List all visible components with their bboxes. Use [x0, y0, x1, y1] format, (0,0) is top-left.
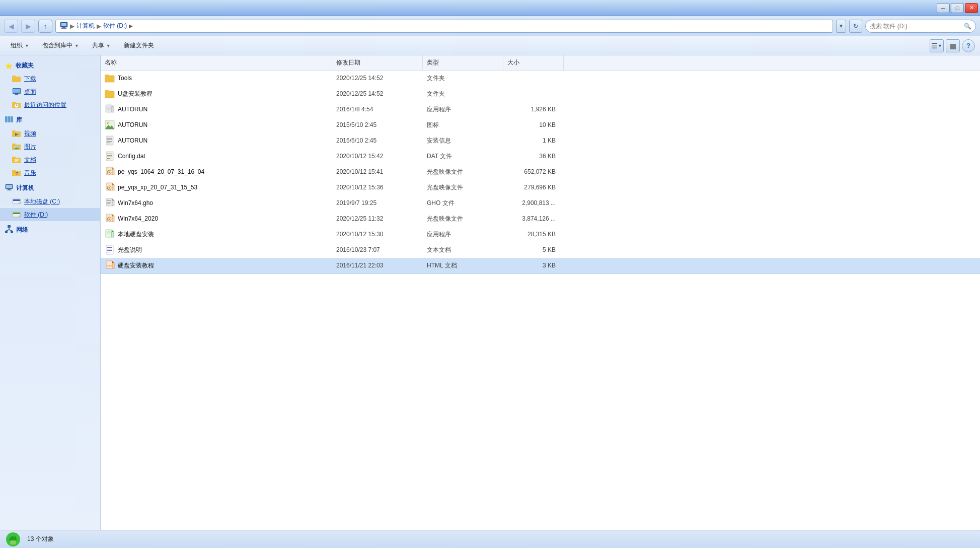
file-row[interactable]: 本地硬盘安装 2020/10/12 15:30 应用程序 28,315 KB — [101, 227, 980, 242]
desktop-label: 桌面 — [24, 88, 36, 96]
sidebar-item-downloads[interactable]: 下载 — [0, 72, 100, 85]
sidebar-header-favorites[interactable]: ⭐ 收藏夹 — [0, 59, 100, 72]
svg-rect-38 — [13, 199, 20, 201]
file-icon — [105, 151, 115, 161]
file-date-cell: 2016/10/23 7:07 — [332, 245, 423, 254]
col-header-date[interactable]: 修改日期 — [332, 55, 423, 70]
file-row[interactable]: Win7x64.gho 2019/9/7 19:25 GHO 文件 2,900,… — [101, 195, 980, 211]
search-icon[interactable]: 🔍 — [964, 23, 971, 30]
svg-line-48 — [7, 230, 10, 231]
svg-rect-30 — [12, 171, 21, 176]
svg-rect-3 — [61, 28, 66, 29]
svg-rect-73 — [106, 167, 112, 175]
up-button[interactable]: ↑ — [38, 20, 52, 33]
view-button[interactable]: ☰ ▼ — [930, 39, 944, 52]
video-folder-icon — [12, 129, 21, 138]
file-icon — [105, 214, 115, 224]
file-name: AUTORUN — [118, 106, 147, 113]
file-name: 本地硬盘安装 — [118, 230, 154, 239]
svg-rect-51 — [105, 75, 109, 77]
share-button[interactable]: 共享 ▼ — [87, 39, 116, 53]
svg-rect-97 — [107, 232, 111, 232]
include-library-button[interactable]: 包含到库中 ▼ — [37, 39, 85, 53]
path-dropdown-button[interactable]: ▼ — [836, 20, 846, 33]
search-input[interactable] — [870, 23, 962, 30]
help-button[interactable]: ? — [962, 39, 975, 52]
address-path[interactable]: ▶ 计算机 ▶ 软件 (D:) ▶ — [55, 20, 833, 33]
file-name: Tools — [118, 75, 132, 82]
computer-sidebar-label: 计算机 — [16, 184, 34, 192]
sidebar-item-recent[interactable]: 最近访问的位置 — [0, 98, 100, 111]
svg-rect-56 — [112, 107, 114, 112]
file-row[interactable]: U盘安装教程 2020/12/25 14:52 文件夹 — [101, 86, 980, 102]
sidebar-item-music[interactable]: 音乐 — [0, 166, 100, 179]
svg-rect-28 — [15, 160, 19, 161]
close-button[interactable]: ✕ — [965, 3, 978, 13]
preview-icon: ▦ — [950, 42, 956, 50]
col-header-size[interactable]: 大小 — [503, 55, 564, 70]
back-button[interactable]: ◀ — [4, 20, 18, 33]
minimize-button[interactable]: ─ — [937, 3, 950, 13]
file-type-cell: 安装信息 — [423, 135, 503, 146]
file-row[interactable]: </> 硬盘安装教程 2016/11/21 22:03 HTML 文档 3 KB — [101, 258, 980, 273]
file-row[interactable]: pe_yqs_xp_20_07_31_15_53 2020/10/12 15:3… — [101, 180, 980, 195]
file-row[interactable]: Config.dat 2020/10/12 15:42 DAT 文件 36 KB — [101, 149, 980, 164]
file-size-cell: 36 KB — [503, 152, 564, 161]
file-row[interactable]: 光盘说明 2016/10/23 7:07 文本文档 5 KB — [101, 242, 980, 258]
path-drive[interactable]: 软件 (D:) — [103, 22, 127, 30]
sidebar-item-drive-d[interactable]: 软件 (D:) — [0, 208, 100, 221]
sidebar-header-network[interactable]: 网络 — [0, 223, 100, 237]
file-icon — [105, 198, 115, 208]
music-label: 音乐 — [24, 169, 36, 177]
col-header-type[interactable]: 类型 — [423, 55, 503, 70]
sidebar-item-images[interactable]: 图片 — [0, 140, 100, 153]
file-row[interactable]: AUTORUN 2015/5/10 2:45 图标 10 KB — [101, 117, 980, 133]
file-date-cell: 2016/1/8 4:54 — [332, 105, 423, 114]
svg-point-43 — [19, 216, 20, 217]
svg-rect-54 — [106, 105, 112, 112]
svg-rect-68 — [106, 152, 113, 161]
svg-rect-45 — [5, 231, 8, 233]
svg-rect-98 — [107, 233, 111, 233]
refresh-button[interactable]: ↻ — [849, 20, 862, 33]
svg-rect-70 — [107, 155, 112, 156]
sidebar-item-documents[interactable]: 文档 — [0, 153, 100, 166]
file-date-cell: 2020/10/12 15:41 — [332, 167, 423, 176]
col-header-name[interactable]: 名称 — [101, 55, 332, 70]
sidebar-header-library[interactable]: 库 — [0, 113, 100, 127]
file-row[interactable]: pe_yqs_1064_20_07_31_16_04 2020/10/12 15… — [101, 164, 980, 180]
file-row[interactable]: AUTORUN 2015/5/10 2:45 安装信息 1 KB — [101, 133, 980, 149]
sidebar-item-desktop[interactable]: 桌面 — [0, 85, 100, 98]
svg-rect-19 — [12, 130, 16, 132]
sidebar-header-computer[interactable]: 计算机 — [0, 181, 100, 195]
sidebar-item-drive-c[interactable]: 本地磁盘 (C:) — [0, 195, 100, 208]
status-app-icon — [5, 531, 21, 547]
maximize-button[interactable]: □ — [951, 3, 964, 13]
file-type-cell: 应用程序 — [423, 104, 503, 115]
preview-pane-button[interactable]: ▦ — [946, 39, 960, 52]
svg-rect-35 — [7, 190, 12, 190]
new-folder-button[interactable]: 新建文件夹 — [118, 39, 160, 53]
file-area: 名称 修改日期 类型 大小 Tools 2020/12/25 14:52 文件夹… — [101, 55, 980, 530]
images-label: 图片 — [24, 143, 36, 151]
organize-button[interactable]: 组织 ▼ — [5, 39, 35, 53]
path-computer[interactable]: 计算机 — [77, 22, 95, 30]
star-icon: ⭐ — [5, 62, 13, 70]
svg-rect-22 — [12, 144, 16, 145]
sidebar-item-video[interactable]: 视频 — [0, 127, 100, 140]
svg-rect-34 — [8, 189, 11, 190]
svg-rect-27 — [15, 159, 19, 160]
svg-rect-94 — [106, 230, 112, 237]
svg-rect-102 — [107, 249, 112, 249]
file-type-cell: 文件夹 — [423, 73, 503, 84]
svg-rect-86 — [107, 200, 111, 201]
file-size-cell — [503, 93, 564, 95]
forward-button[interactable]: ▶ — [21, 20, 35, 33]
svg-rect-65 — [107, 140, 112, 140]
file-row[interactable]: AUTORUN 2016/1/8 4:54 应用程序 1,926 KB — [101, 102, 980, 117]
file-type-cell: 文件夹 — [423, 89, 503, 99]
file-row[interactable]: Win7x64_2020 2020/12/25 11:32 光盘映像文件 3,8… — [101, 211, 980, 227]
svg-marker-79 — [112, 183, 114, 185]
file-row[interactable]: Tools 2020/12/25 14:52 文件夹 — [101, 71, 980, 86]
path-expand-arrow[interactable]: ▶ — [129, 23, 133, 29]
